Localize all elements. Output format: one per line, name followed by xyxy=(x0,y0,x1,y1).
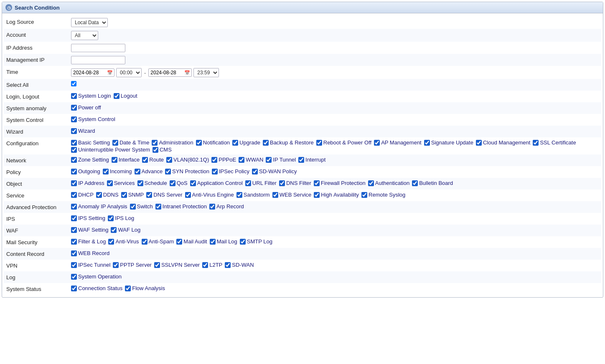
ap-management-checkbox[interactable] xyxy=(374,140,380,146)
dhcp-checkbox[interactable] xyxy=(71,192,77,198)
remote-syslog-checkbox[interactable] xyxy=(361,192,367,198)
date-time-checkbox[interactable] xyxy=(112,140,118,146)
ddns-checkbox[interactable] xyxy=(96,192,102,198)
ip-address-input[interactable] xyxy=(71,44,125,52)
ipsec-tunnel-checkbox[interactable] xyxy=(71,262,77,268)
start-time-select[interactable]: 00:0001:0002:0003:00 04:0005:0006:0007:0… xyxy=(116,68,142,77)
interrupt-checkbox[interactable] xyxy=(298,157,304,163)
high-availability-checkbox[interactable] xyxy=(314,192,320,198)
end-date-calendar-icon[interactable]: 📅 xyxy=(184,70,190,76)
wizard-checkbox[interactable] xyxy=(71,128,77,134)
sdwan-checkbox[interactable] xyxy=(225,262,231,268)
pptp-server-checkbox[interactable] xyxy=(113,262,119,268)
logout-checkbox[interactable] xyxy=(114,93,119,99)
ips-setting-checkbox[interactable] xyxy=(71,215,77,221)
advance-checkbox[interactable] xyxy=(135,169,140,174)
reboot-power-off-checkbox[interactable] xyxy=(316,140,322,146)
end-date-field[interactable] xyxy=(150,69,183,76)
mail-security-label: Mail Security xyxy=(6,238,71,245)
route-checkbox[interactable] xyxy=(142,157,148,163)
cloud-management-checkbox[interactable] xyxy=(476,140,482,146)
interface-checkbox[interactable] xyxy=(112,157,117,163)
web-record-checkbox[interactable] xyxy=(71,250,77,256)
sandstorm-checkbox[interactable] xyxy=(236,192,242,198)
ipsec-policy-checkbox[interactable] xyxy=(212,169,218,174)
filter-log-item: Filter & Log xyxy=(71,238,106,245)
wizard-row: Wizard Wizard xyxy=(4,126,601,137)
outgoing-checkbox[interactable] xyxy=(71,169,77,174)
management-ip-input[interactable] xyxy=(71,56,125,64)
backup-restore-checkbox[interactable] xyxy=(263,140,269,146)
waf-log-checkbox[interactable] xyxy=(111,227,117,233)
signature-update-checkbox[interactable] xyxy=(424,140,430,146)
filter-log-checkbox[interactable] xyxy=(71,239,77,245)
incoming-checkbox[interactable] xyxy=(103,169,109,174)
account-value: All Admin xyxy=(71,30,599,40)
power-off-text: Power off xyxy=(78,104,101,111)
dhcp-item: DHCP xyxy=(71,192,94,198)
web-service-checkbox[interactable] xyxy=(272,192,278,198)
system-login-checkbox[interactable] xyxy=(71,93,77,99)
flow-analysis-checkbox[interactable] xyxy=(125,286,131,291)
smtp-log-checkbox[interactable] xyxy=(240,239,246,245)
system-operation-checkbox[interactable] xyxy=(71,274,77,280)
intranet-protection-checkbox[interactable] xyxy=(155,204,161,210)
ssl-certificate-checkbox[interactable] xyxy=(533,140,539,146)
anti-spam-checkbox[interactable] xyxy=(142,239,147,245)
dns-server-item: DNS Server xyxy=(146,192,182,198)
wizard-label: Wizard xyxy=(6,127,71,135)
end-time-select[interactable]: 00:0001:0002:0003:00 04:0005:0006:0007:0… xyxy=(193,68,219,77)
l2tp-checkbox[interactable] xyxy=(202,262,208,268)
administration-checkbox[interactable] xyxy=(152,140,158,146)
sslvpn-server-checkbox[interactable] xyxy=(154,262,160,268)
wwan-checkbox[interactable] xyxy=(239,157,244,163)
ips-log-checkbox[interactable] xyxy=(108,215,114,221)
services-checkbox[interactable] xyxy=(107,180,113,186)
bulletin-board-checkbox[interactable] xyxy=(412,180,418,186)
ip-tunnel-checkbox[interactable] xyxy=(266,157,272,163)
basic-setting-checkbox[interactable] xyxy=(71,140,77,146)
mail-anti-virus-checkbox[interactable] xyxy=(108,239,114,245)
dns-filter-checkbox[interactable] xyxy=(279,180,285,186)
power-off-checkbox[interactable] xyxy=(71,105,77,111)
authentication-checkbox[interactable] xyxy=(368,180,374,186)
start-date-field[interactable] xyxy=(73,69,106,76)
switch-checkbox[interactable] xyxy=(130,204,136,210)
syn-protection-checkbox[interactable] xyxy=(165,169,171,174)
upgrade-checkbox[interactable] xyxy=(232,140,238,146)
waf-setting-checkbox[interactable] xyxy=(71,227,77,233)
log-source-label: Log Source xyxy=(6,18,71,25)
schedule-checkbox[interactable] xyxy=(137,180,143,186)
cms-checkbox[interactable] xyxy=(153,147,158,153)
system-control-checkbox[interactable] xyxy=(71,116,77,122)
anti-virus-engine-checkbox[interactable] xyxy=(185,192,191,198)
power-off-item: Power off xyxy=(71,104,101,111)
connection-status-checkbox[interactable] xyxy=(71,286,77,291)
sdwan-policy-checkbox[interactable] xyxy=(252,169,258,174)
waf-log-item: WAF Log xyxy=(111,227,140,233)
log-source-select[interactable]: Local Data Remote xyxy=(71,18,108,27)
ups-checkbox[interactable] xyxy=(71,147,77,153)
snmp-checkbox[interactable] xyxy=(121,192,127,198)
ip-address-label: IP Address xyxy=(6,43,71,51)
select-all-checkbox[interactable] xyxy=(71,81,76,86)
app-control-checkbox[interactable] xyxy=(190,180,196,186)
firewall-protection-checkbox[interactable] xyxy=(314,180,320,186)
anomaly-ip-checkbox[interactable] xyxy=(71,204,77,210)
start-date-calendar-icon[interactable]: 📅 xyxy=(107,70,113,76)
vlan-item: VLAN(802.1Q) xyxy=(166,157,209,163)
account-select[interactable]: All Admin xyxy=(71,31,98,40)
notification-checkbox[interactable] xyxy=(196,140,202,146)
url-filter-checkbox[interactable] xyxy=(245,180,251,186)
mail-audit-checkbox[interactable] xyxy=(176,239,182,245)
dns-server-checkbox[interactable] xyxy=(146,192,152,198)
qos-checkbox[interactable] xyxy=(170,180,175,186)
arp-record-checkbox[interactable] xyxy=(209,204,215,210)
pppoe-checkbox[interactable] xyxy=(211,157,217,163)
obj-ip-address-checkbox[interactable] xyxy=(71,180,77,186)
zone-setting-checkbox[interactable] xyxy=(71,157,77,163)
vlan-checkbox[interactable] xyxy=(166,157,172,163)
mail-log-checkbox[interactable] xyxy=(210,239,216,245)
panel-body: Log Source Local Data Remote Account All… xyxy=(2,13,603,297)
select-all-value xyxy=(71,81,599,86)
